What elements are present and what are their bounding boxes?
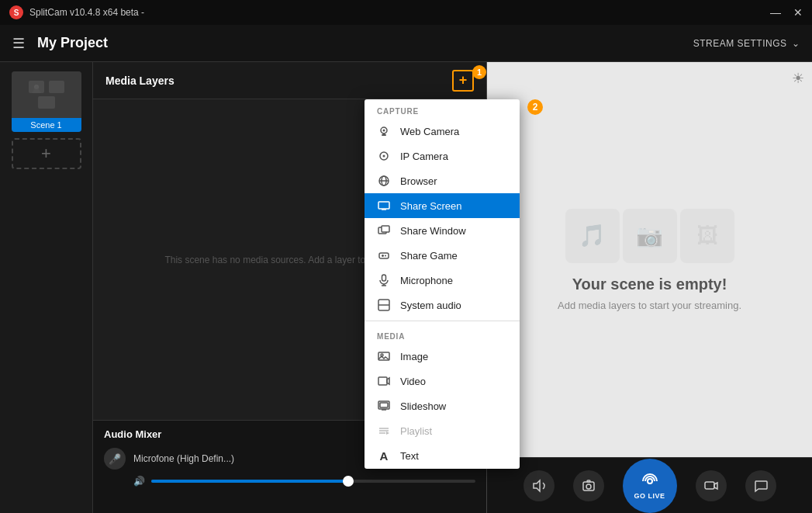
image-icon: [377, 350, 391, 362]
chevron-down-icon: ⌄: [792, 38, 800, 49]
plus-icon: +: [459, 72, 468, 88]
volume-row: 🔊: [104, 476, 475, 487]
svg-rect-13: [378, 202, 389, 209]
share-window-icon: [377, 224, 391, 237]
text-icon: A: [377, 449, 391, 463]
system-audio-label: System audio: [400, 300, 461, 311]
empty-icon-2: 📷: [623, 209, 677, 263]
microphone-label: Microphone: [400, 275, 453, 286]
video-icon: [377, 375, 391, 387]
scene-card[interactable]: Scene 1: [12, 71, 81, 132]
svg-point-9: [383, 155, 385, 158]
volume-knob[interactable]: [343, 476, 354, 487]
menu-item-microphone[interactable]: Microphone: [365, 268, 520, 293]
menu-item-share-game[interactable]: Share Game: [365, 243, 520, 268]
text-label: Text: [400, 450, 419, 462]
menu-item-image[interactable]: Image: [365, 344, 520, 369]
audio-button[interactable]: [523, 470, 555, 501]
brightness-icon[interactable]: ☀: [792, 70, 804, 87]
svg-rect-37: [587, 480, 590, 482]
center-panel: Media Layers + 1 This scene has no media…: [93, 62, 486, 513]
menu-icon[interactable]: ☰: [12, 35, 25, 52]
svg-rect-2: [38, 96, 55, 109]
share-window-label: Share Window: [400, 225, 466, 237]
browser-label: Browser: [400, 175, 437, 187]
empty-scene-subtitle: Add media layers to start your streaming…: [558, 300, 741, 311]
system-audio-icon: [377, 299, 391, 311]
share-game-label: Share Game: [400, 250, 458, 262]
webcam-icon: [377, 125, 391, 137]
svg-rect-1: [49, 81, 64, 93]
svg-point-19: [385, 255, 386, 257]
screenshot-button[interactable]: [573, 470, 604, 501]
web-camera-label: Web Camera: [400, 126, 459, 137]
add-scene-button[interactable]: +: [12, 138, 81, 169]
playlist-icon: [377, 425, 391, 437]
scene-thumbnail: [12, 71, 81, 118]
titlebar: S SplitCam v10.4.8 x64 beta - — ✕: [0, 0, 812, 25]
svg-rect-17: [382, 226, 389, 232]
menu-item-web-camera[interactable]: Web Camera: [365, 119, 520, 144]
titlebar-left: S SplitCam v10.4.8 x64 beta -: [9, 5, 144, 19]
menu-item-playlist: Playlist: [365, 418, 520, 443]
svg-rect-7: [383, 133, 385, 135]
media-layers-title: Media Layers: [105, 75, 174, 87]
menu-item-system-audio[interactable]: System audio: [365, 293, 520, 317]
menu-item-text[interactable]: A Text: [365, 443, 520, 469]
svg-point-36: [586, 484, 591, 489]
media-section-label: MEDIA: [365, 324, 520, 344]
badge-2: 2: [527, 99, 543, 115]
badge-1: 1: [472, 65, 486, 79]
main-layout: Scene 1 + Media Layers + 1 This scene ha…: [0, 62, 812, 513]
svg-point-38: [648, 479, 652, 484]
share-screen-label: Share Screen: [400, 200, 462, 212]
titlebar-title: SplitCam v10.4.8 x64 beta -: [29, 7, 144, 18]
empty-scene-icons: 🎵 📷 🖼: [565, 209, 734, 263]
project-title: My Project: [37, 35, 108, 51]
volume-slider[interactable]: [151, 480, 475, 483]
playlist-label: Playlist: [400, 425, 432, 437]
svg-point-5: [383, 130, 385, 132]
svg-rect-29: [380, 403, 388, 407]
slideshow-label: Slideshow: [400, 400, 446, 412]
add-layer-button[interactable]: + 1: [452, 70, 474, 92]
svg-rect-20: [382, 275, 386, 281]
stream-settings-label: STREAM SETTINGS: [693, 38, 787, 49]
empty-icon-1: 🎵: [565, 209, 620, 263]
video-label: Video: [400, 376, 426, 387]
toolbar: ☰ My Project STREAM SETTINGS ⌄: [0, 25, 812, 62]
browser-icon: [377, 175, 391, 187]
ip-camera-label: IP Camera: [400, 151, 448, 162]
right-panel: ☀ 🎵 📷 🖼 Your scene is empty! Add media l…: [486, 62, 812, 513]
mic-icon: 🎤: [104, 448, 126, 470]
scene-label: Scene 1: [12, 118, 81, 132]
capture-section-label: CAPTURE: [365, 99, 520, 119]
media-layers-header: Media Layers + 1: [93, 62, 486, 99]
image-label: Image: [400, 351, 428, 362]
menu-item-ip-camera[interactable]: IP Camera: [365, 144, 520, 168]
share-screen-icon: [377, 199, 391, 212]
svg-marker-34: [386, 432, 389, 435]
chat-button[interactable]: [745, 470, 776, 501]
go-live-button[interactable]: GO LIVE: [623, 459, 677, 513]
menu-item-share-screen[interactable]: Share Screen: [365, 193, 520, 218]
camera-button[interactable]: [696, 470, 727, 501]
stream-settings-button[interactable]: STREAM SETTINGS ⌄: [693, 38, 800, 49]
empty-icon-3: 🖼: [680, 209, 734, 263]
menu-item-share-window[interactable]: Share Window: [365, 218, 520, 243]
close-button[interactable]: ✕: [793, 6, 803, 19]
minimize-button[interactable]: —: [770, 6, 781, 19]
menu-item-slideshow[interactable]: Slideshow: [365, 393, 520, 418]
app-logo: S: [9, 5, 23, 19]
empty-scene-title: Your scene is empty!: [572, 276, 727, 293]
ip-camera-icon: [377, 150, 391, 162]
svg-rect-39: [705, 482, 714, 489]
menu-item-browser[interactable]: Browser: [365, 168, 520, 193]
preview-area: ☀ 🎵 📷 🖼 Your scene is empty! Add media l…: [487, 62, 812, 457]
menu-item-video[interactable]: Video: [365, 369, 520, 393]
share-game-icon: [377, 249, 391, 262]
bottom-bar: GO LIVE: [487, 457, 812, 513]
slideshow-icon: [377, 400, 391, 412]
volume-fill: [151, 480, 346, 483]
microphone-icon: [377, 274, 391, 286]
